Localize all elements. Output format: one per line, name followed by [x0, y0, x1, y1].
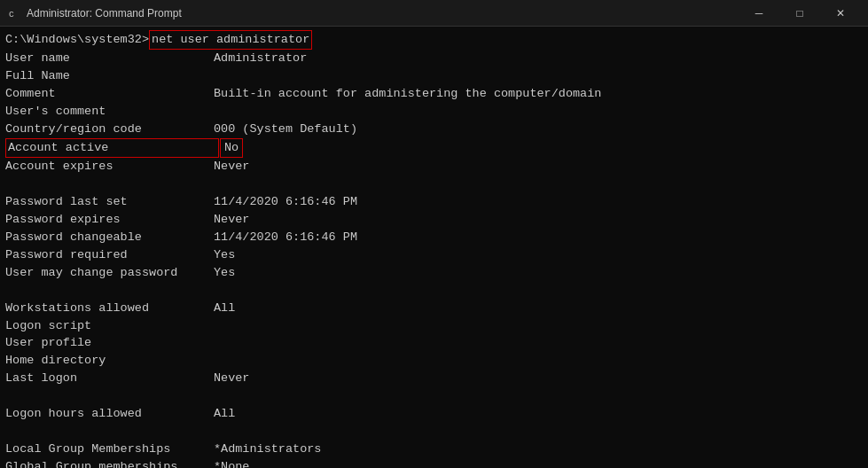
value-workstations: All	[214, 300, 235, 317]
row-pwd-changeable: Password changeable 11/4/2020 6:16:46 PM	[5, 229, 863, 246]
value-username: Administrator	[214, 50, 307, 67]
titlebar: C Administrator: Command Prompt ─ □ ✕	[0, 0, 868, 27]
row-account-expires: Account expires Never	[5, 158, 863, 176]
value-comment: Built-in account for administering the c…	[214, 85, 601, 103]
row-user-profile: User profile	[5, 334, 863, 352]
label-last-logon: Last logon	[5, 370, 214, 387]
value-country: 000 (System Default)	[214, 121, 357, 138]
row-country: Country/region code 000 (System Default)	[5, 121, 863, 138]
close-button[interactable]: ✕	[820, 0, 861, 27]
titlebar-left: C Administrator: Command Prompt	[7, 6, 182, 20]
row-last-logon: Last logon Never	[5, 370, 863, 387]
label-pwd-expires: Password expires	[5, 211, 214, 229]
row-local-group: Local Group Memberships *Administrators	[5, 441, 863, 458]
label-country: Country/region code	[5, 121, 214, 138]
label-username: User name	[5, 50, 214, 67]
value-account-active: No	[220, 138, 243, 158]
spacer2	[5, 282, 863, 300]
value-last-logon: Never	[214, 370, 250, 387]
svg-text:C: C	[9, 10, 14, 20]
value-pwd-required: Yes	[214, 246, 235, 264]
value-global-group: *None	[214, 458, 250, 468]
minimize-button[interactable]: ─	[739, 0, 779, 27]
spacer3	[5, 387, 863, 405]
value-pwd-changeable: 11/4/2020 6:16:46 PM	[214, 229, 357, 246]
command-highlighted: net user administrator	[149, 30, 312, 50]
row-users-comment: User's comment	[5, 103, 863, 121]
label-workstations: Workstations allowed	[5, 300, 214, 317]
titlebar-controls: ─ □ ✕	[739, 0, 861, 27]
value-user-change-pwd: Yes	[214, 264, 235, 282]
row-pwd-required: Password required Yes	[5, 246, 863, 264]
maximize-button[interactable]: □	[779, 0, 820, 27]
row-fullname: Full Name	[5, 67, 863, 85]
row-pwd-expires: Password expires Never	[5, 211, 863, 229]
spacer4	[5, 423, 863, 441]
label-logon-hours: Logon hours allowed	[5, 405, 214, 423]
row-logon-script: Logon script	[5, 317, 863, 335]
label-user-change-pwd: User may change password	[5, 264, 214, 282]
terminal-body: C:\Windows\system32>net user administrat…	[0, 27, 868, 468]
command-line: C:\Windows\system32>net user administrat…	[5, 30, 863, 50]
row-user-change-pwd: User may change password Yes	[5, 264, 863, 282]
spacer1	[5, 176, 863, 193]
value-local-group: *Administrators	[214, 441, 322, 458]
label-logon-script: Logon script	[5, 317, 207, 335]
label-pwd-last-set: Password last set	[5, 193, 214, 211]
row-username: User name Administrator	[5, 50, 863, 67]
value-pwd-last-set: 11/4/2020 6:16:46 PM	[214, 193, 357, 211]
label-pwd-required: Password required	[5, 246, 214, 264]
label-home-dir: Home directory	[5, 352, 207, 370]
titlebar-title: Administrator: Command Prompt	[27, 7, 182, 20]
row-workstations: Workstations allowed All	[5, 300, 863, 317]
label-users-comment: User's comment	[5, 103, 207, 121]
row-account-active: Account active No	[5, 138, 863, 158]
label-user-profile: User profile	[5, 334, 207, 352]
label-comment: Comment	[5, 85, 214, 103]
prompt-text: C:\Windows\system32>	[5, 31, 149, 49]
row-pwd-last-set: Password last set 11/4/2020 6:16:46 PM	[5, 193, 863, 211]
value-account-expires: Never	[214, 158, 250, 176]
label-account-expires: Account expires	[5, 158, 214, 176]
row-comment: Comment Built-in account for administeri…	[5, 85, 863, 103]
label-global-group: Global Group memberships	[5, 458, 214, 468]
row-home-dir: Home directory	[5, 352, 863, 370]
label-fullname: Full Name	[5, 67, 207, 85]
label-account-active: Account active	[5, 138, 219, 158]
value-pwd-expires: Never	[214, 211, 250, 229]
label-pwd-changeable: Password changeable	[5, 229, 214, 246]
cmd-icon: C	[7, 6, 21, 20]
value-logon-hours: All	[214, 405, 235, 423]
row-global-group: Global Group memberships *None	[5, 458, 863, 468]
row-logon-hours: Logon hours allowed All	[5, 405, 863, 423]
label-local-group: Local Group Memberships	[5, 441, 214, 458]
